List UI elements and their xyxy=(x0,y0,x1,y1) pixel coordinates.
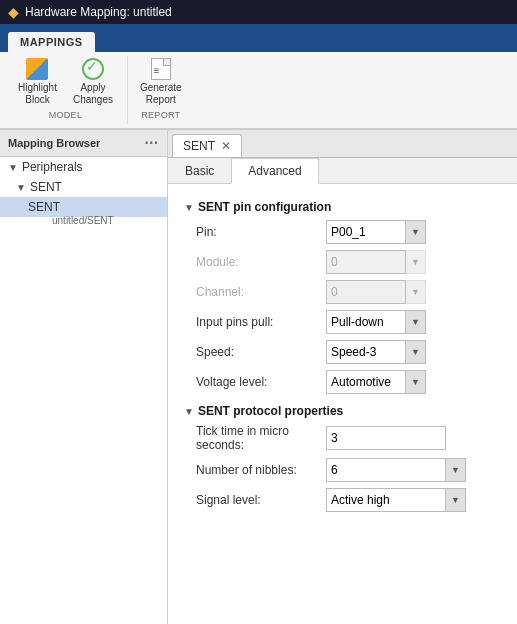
sent-group-label: SENT xyxy=(30,180,62,194)
ribbon-group-report: GenerateReport REPORT xyxy=(130,56,196,124)
num-nibbles-select[interactable]: 6 xyxy=(326,458,446,482)
sub-tab-advanced[interactable]: Advanced xyxy=(231,158,318,184)
channel-control: 0 ▼ xyxy=(326,280,426,304)
sidebar-title: Mapping Browser xyxy=(8,137,100,149)
title-bar: ◆ Hardware Mapping: untitled xyxy=(0,0,517,24)
sidebar-item-sent-sublabel: untitled/SENT xyxy=(0,215,167,226)
tick-time-input[interactable] xyxy=(326,426,446,450)
form-content: ▼ SENT pin configuration Pin: P00_1 ▼ Mo… xyxy=(168,184,517,624)
apply-changes-button[interactable]: ApplyChanges xyxy=(67,56,119,108)
sent-tab-label: SENT xyxy=(183,139,215,153)
num-nibbles-btn[interactable]: ▼ xyxy=(446,458,466,482)
peripherals-label: Peripherals xyxy=(22,160,83,174)
module-label: Module: xyxy=(196,255,326,269)
pin-select[interactable]: P00_1 xyxy=(326,220,406,244)
module-select: 0 xyxy=(326,250,406,274)
voltage-level-control: Automotive ▼ xyxy=(326,370,426,394)
ribbon-group-model: HighlightBlock ApplyChanges MODEL xyxy=(8,56,128,124)
signal-level-btn[interactable]: ▼ xyxy=(446,488,466,512)
protocol-arrow: ▼ xyxy=(184,406,194,417)
pin-control: P00_1 ▼ xyxy=(326,220,426,244)
speed-select-btn[interactable]: ▼ xyxy=(406,340,426,364)
sub-tab-basic[interactable]: Basic xyxy=(168,158,231,184)
tick-time-row: Tick time in micro seconds: xyxy=(184,424,501,452)
sent-group-arrow: ▼ xyxy=(16,182,26,193)
highlight-block-icon xyxy=(26,58,48,80)
input-pins-pull-select[interactable]: Pull-down xyxy=(326,310,406,334)
speed-row: Speed: Speed-3 ▼ xyxy=(184,340,501,364)
module-select-btn: ▼ xyxy=(406,250,426,274)
channel-row: Channel: 0 ▼ xyxy=(184,280,501,304)
signal-level-row: Signal level: Active high ▼ xyxy=(184,488,501,512)
peripherals-arrow: ▼ xyxy=(8,162,18,173)
voltage-level-label: Voltage level: xyxy=(196,375,326,389)
speed-control: Speed-3 ▼ xyxy=(326,340,426,364)
highlight-block-button[interactable]: HighlightBlock xyxy=(12,56,63,108)
sent-protocol-header: ▼ SENT protocol properties xyxy=(184,404,501,418)
sent-pin-config-header: ▼ SENT pin configuration xyxy=(184,200,501,214)
model-buttons: HighlightBlock ApplyChanges xyxy=(12,56,119,108)
num-nibbles-label: Number of nibbles: xyxy=(196,463,326,477)
module-control: 0 ▼ xyxy=(326,250,426,274)
generate-report-label: GenerateReport xyxy=(140,82,182,106)
input-pins-pull-label: Input pins pull: xyxy=(196,315,326,329)
sent-tab[interactable]: SENT ✕ xyxy=(172,134,242,157)
pin-config-arrow: ▼ xyxy=(184,202,194,213)
input-pins-pull-row: Input pins pull: Pull-down ▼ xyxy=(184,310,501,334)
sent-item-label: SENT xyxy=(28,200,60,214)
generate-report-button[interactable]: GenerateReport xyxy=(134,56,188,108)
channel-select: 0 xyxy=(326,280,406,304)
speed-select[interactable]: Speed-3 xyxy=(326,340,406,364)
sidebar: Mapping Browser ⋯ ▼ Peripherals ▼ SENT S… xyxy=(0,130,168,624)
ribbon-tab-bar: MAPPINGS xyxy=(0,24,517,52)
tick-time-label: Tick time in micro seconds: xyxy=(196,424,326,452)
main-layout: Mapping Browser ⋯ ▼ Peripherals ▼ SENT S… xyxy=(0,130,517,624)
num-nibbles-row: Number of nibbles: 6 ▼ xyxy=(184,458,501,482)
highlight-block-label: HighlightBlock xyxy=(18,82,57,106)
voltage-level-row: Voltage level: Automotive ▼ xyxy=(184,370,501,394)
pin-select-btn[interactable]: ▼ xyxy=(406,220,426,244)
matlab-icon: ◆ xyxy=(8,4,19,20)
ribbon: MAPPINGS HighlightBlock ApplyChanges MOD… xyxy=(0,24,517,130)
num-nibbles-control: 6 ▼ xyxy=(326,458,466,482)
module-row: Module: 0 ▼ xyxy=(184,250,501,274)
signal-level-control: Active high ▼ xyxy=(326,488,466,512)
pin-row: Pin: P00_1 ▼ xyxy=(184,220,501,244)
main-panel: SENT ✕ Basic Advanced ▼ SENT pin configu… xyxy=(168,130,517,624)
sub-tab-bar: Basic Advanced xyxy=(168,158,517,184)
sidebar-item-sent-group[interactable]: ▼ SENT xyxy=(0,177,167,197)
speed-label: Speed: xyxy=(196,345,326,359)
input-pins-pull-btn[interactable]: ▼ xyxy=(406,310,426,334)
sidebar-item-sent[interactable]: SENT xyxy=(0,197,167,217)
pin-label: Pin: xyxy=(196,225,326,239)
protocol-title: SENT protocol properties xyxy=(198,404,343,418)
generate-report-icon xyxy=(151,58,171,80)
signal-level-label: Signal level: xyxy=(196,493,326,507)
input-pins-pull-control: Pull-down ▼ xyxy=(326,310,426,334)
voltage-level-btn[interactable]: ▼ xyxy=(406,370,426,394)
sidebar-item-peripherals[interactable]: ▼ Peripherals xyxy=(0,157,167,177)
voltage-level-select[interactable]: Automotive xyxy=(326,370,406,394)
channel-select-btn: ▼ xyxy=(406,280,426,304)
channel-label: Channel: xyxy=(196,285,326,299)
tab-bar: SENT ✕ xyxy=(168,130,517,158)
apply-changes-icon xyxy=(82,58,104,80)
ribbon-content: HighlightBlock ApplyChanges MODEL Genera… xyxy=(0,52,517,129)
apply-changes-label: ApplyChanges xyxy=(73,82,113,106)
report-group-label: REPORT xyxy=(141,110,180,120)
tick-time-control xyxy=(326,426,446,450)
sidebar-header: Mapping Browser ⋯ xyxy=(0,130,167,157)
sidebar-menu-button[interactable]: ⋯ xyxy=(144,135,159,151)
tab-mappings[interactable]: MAPPINGS xyxy=(8,32,95,52)
report-buttons: GenerateReport xyxy=(134,56,188,108)
signal-level-select[interactable]: Active high xyxy=(326,488,446,512)
sent-tab-close[interactable]: ✕ xyxy=(221,139,231,153)
pin-config-title: SENT pin configuration xyxy=(198,200,331,214)
window-title: Hardware Mapping: untitled xyxy=(25,5,172,19)
model-group-label: MODEL xyxy=(49,110,83,120)
